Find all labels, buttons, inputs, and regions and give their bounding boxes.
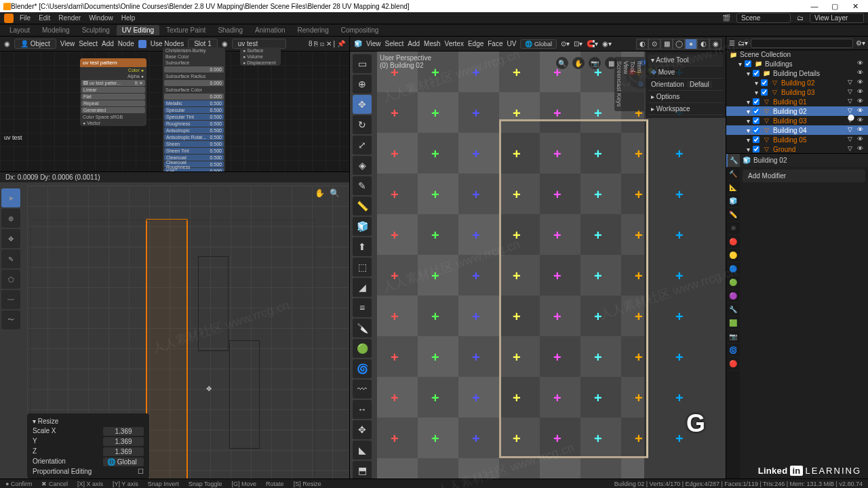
scene-field[interactable]: Scene bbox=[736, 13, 791, 23]
uv-editor[interactable]: Dx: 0.0009 Dy: 0.0006 (0.0011) ➤ ⊕ ✥ ✎ ⬠… bbox=[0, 172, 349, 479]
shader-slider[interactable]: Sheen0.500 bbox=[164, 141, 224, 147]
tab-shading[interactable]: Shading bbox=[212, 25, 248, 35]
color-space[interactable]: Color Space sRGB bbox=[80, 114, 146, 120]
shader-slider[interactable]: Anisotropic Rotat...0.500 bbox=[164, 134, 224, 140]
object-breadcrumb[interactable]: 🧊 Building 02 bbox=[740, 154, 868, 167]
add-cube-tool[interactable]: 🧊 bbox=[353, 217, 372, 236]
xray-toggle[interactable]: ▦ bbox=[660, 39, 673, 49]
props-tab-0[interactable]: 🔧 bbox=[726, 154, 740, 167]
image-field[interactable]: 🖼 uv test patter...⎘ ✕ bbox=[81, 80, 145, 86]
props-tab-8[interactable]: 🔵 bbox=[726, 262, 740, 276]
tab-texture-paint[interactable]: Texture Paint bbox=[161, 25, 211, 35]
spin-tool[interactable]: 🌀 bbox=[353, 359, 372, 378]
workspace-section[interactable]: ▸ Workspace bbox=[648, 103, 723, 115]
vp-menu-edge[interactable]: Edge bbox=[468, 40, 484, 47]
menu-window[interactable]: Window bbox=[87, 14, 115, 22]
rotate-tool-3d[interactable]: ↻ bbox=[353, 115, 372, 134]
scale-z-value[interactable]: 1.369 bbox=[103, 447, 144, 456]
orientation-value[interactable]: 🌐 Global bbox=[103, 458, 144, 466]
zoom-icon[interactable]: 🔍 bbox=[556, 57, 568, 69]
shader-slider[interactable]: 0.000 bbox=[164, 80, 224, 86]
scale-y-value[interactable]: 1.369 bbox=[103, 437, 144, 446]
minimize-button[interactable]: — bbox=[804, 2, 825, 10]
shader-row[interactable]: Subsurface Radius bbox=[163, 73, 225, 79]
vp-menu-face[interactable]: Face bbox=[488, 40, 502, 47]
node-menu-view[interactable]: View bbox=[60, 40, 75, 47]
outliner-item[interactable]: ▾📁Building Details👁 bbox=[726, 68, 868, 78]
camera-icon[interactable]: 📷 bbox=[589, 57, 601, 69]
principled-bsdf-node[interactable]: Christensen-BurleyBase ColorSubsurface0.… bbox=[163, 47, 225, 172]
props-tab-4[interactable]: ✏️ bbox=[726, 208, 740, 222]
smooth-tool[interactable]: 〰 bbox=[353, 380, 372, 399]
shape-tool[interactable]: ⬠ bbox=[1, 270, 20, 289]
menu-help[interactable]: Help bbox=[119, 14, 138, 22]
prop-edit-icon[interactable]: ◉▾ bbox=[602, 40, 612, 47]
cursor-tool[interactable]: ⊕ bbox=[1, 209, 20, 228]
viewport-n-panel-tabs[interactable]: ItemToolViewScreencast Keys bbox=[614, 57, 644, 111]
select-box-tool[interactable]: ▭ bbox=[353, 54, 372, 73]
outliner-item[interactable]: ▾▽Building 03▽👁 bbox=[726, 116, 868, 125]
tab-layout[interactable]: Layout bbox=[4, 25, 35, 35]
outliner-item[interactable]: ▾▽Building 03▽👁 bbox=[726, 87, 868, 97]
snap-icon[interactable]: ⊡▾ bbox=[574, 40, 583, 47]
props-tab-3[interactable]: 🧊 bbox=[726, 195, 740, 208]
props-tab-14[interactable]: 🌀 bbox=[726, 344, 740, 357]
scene-collection[interactable]: 📁Scene Collection bbox=[726, 50, 868, 59]
tab-modeling[interactable]: Modeling bbox=[37, 25, 75, 35]
shrink-tool[interactable]: ✥ bbox=[353, 420, 372, 439]
props-tab-1[interactable]: 🔨 bbox=[726, 167, 740, 181]
orient-dropdown[interactable]: Defaul bbox=[687, 81, 712, 88]
pan-icon[interactable]: ✋ bbox=[315, 188, 325, 198]
move-tool[interactable]: ✥ bbox=[1, 229, 20, 248]
menu-render[interactable]: Render bbox=[56, 14, 83, 22]
outliner-item[interactable]: ▾▽Building 01▽👁 bbox=[726, 97, 868, 106]
relax-tool[interactable]: 〜 bbox=[1, 310, 20, 329]
maximize-button[interactable]: ▢ bbox=[825, 2, 845, 11]
move-tool-3d[interactable]: ✥ bbox=[353, 95, 372, 114]
building-mesh[interactable] bbox=[499, 119, 648, 458]
props-tab-13[interactable]: 📷 bbox=[726, 330, 740, 344]
3d-viewport[interactable]: 🧊 View Select Add Mesh Vertex Edge Face … bbox=[350, 37, 726, 479]
scale-x-value[interactable]: 1.369 bbox=[103, 427, 144, 436]
show-overlays[interactable]: ⊙ bbox=[648, 39, 660, 49]
solid-shading[interactable]: ● bbox=[685, 39, 697, 49]
editor-icon[interactable]: 🧊 bbox=[354, 40, 362, 47]
pan-hand-icon[interactable]: ✋ bbox=[572, 57, 585, 69]
filter-icon[interactable]: ⚙▾ bbox=[856, 39, 865, 47]
toggle-buttons[interactable]: 8 ⎘ ⊡ ✕ | 📌 bbox=[309, 40, 345, 47]
annotate-tool-3d[interactable]: ✎ bbox=[353, 176, 372, 195]
add-modifier-button[interactable]: Add Modifier bbox=[743, 169, 865, 182]
shader-slider[interactable]: Specular0.500 bbox=[164, 107, 224, 113]
viewport-scene[interactable]: ++++++++++++++++++++++++++++++++++++++++… bbox=[377, 52, 644, 479]
material-output-node[interactable]: ● Surface● Volume● Displacement bbox=[240, 47, 281, 66]
shader-slider[interactable]: Anisotropic0.500 bbox=[164, 127, 224, 134]
viewlayer-field[interactable]: View Layer bbox=[810, 13, 864, 23]
wireframe-shading[interactable]: ◯ bbox=[673, 39, 685, 49]
tex-setting[interactable]: Linear bbox=[81, 87, 145, 93]
props-tab-2[interactable]: 📐 bbox=[726, 181, 740, 195]
props-tab-12[interactable]: 🟩 bbox=[726, 317, 740, 330]
zoom-icon[interactable]: 🔍 bbox=[330, 188, 340, 198]
display-mode[interactable]: 🗂▾ bbox=[738, 39, 748, 47]
outliner-item[interactable]: ▾▽Building 05▽👁 bbox=[726, 135, 868, 144]
vp-menu-view[interactable]: View bbox=[366, 40, 381, 47]
magnet-icon[interactable]: 🧲▾ bbox=[587, 40, 598, 47]
shader-slider[interactable]: Metallic0.500 bbox=[164, 100, 224, 106]
tex-setting[interactable]: Repeat bbox=[81, 100, 145, 106]
outliner-item[interactable]: ▾▽Ground▽👁 bbox=[726, 144, 868, 153]
node-menu-node[interactable]: Node bbox=[118, 40, 134, 47]
shader-editor[interactable]: ◉ 👤 Object View Select Add Node Use Node… bbox=[0, 37, 349, 172]
outliner-item[interactable]: ▾▽Building 02▽👁 bbox=[726, 78, 868, 87]
orientation-dropdown[interactable]: 🌐 Global bbox=[520, 39, 557, 49]
shader-row[interactable]: Christensen-Burley bbox=[163, 47, 225, 54]
bevel-tool[interactable]: ◢ bbox=[353, 278, 372, 297]
tab-animation[interactable]: Animation bbox=[250, 25, 290, 35]
shader-slider[interactable]: 0.000 bbox=[164, 94, 224, 100]
shear-tool[interactable]: ◣ bbox=[353, 441, 372, 460]
image-texture-node[interactable]: uv test pattern Color ● Alpha ● 🖼 uv tes… bbox=[80, 58, 146, 126]
prop-edit-checkbox[interactable]: ☐ bbox=[138, 468, 144, 475]
options-section[interactable]: ▸ Options bbox=[648, 91, 723, 103]
shader-row[interactable]: Subsurface bbox=[163, 60, 225, 66]
pivot-icon[interactable]: ⊙▾ bbox=[561, 40, 570, 47]
tab-compositing[interactable]: Compositing bbox=[336, 25, 384, 35]
